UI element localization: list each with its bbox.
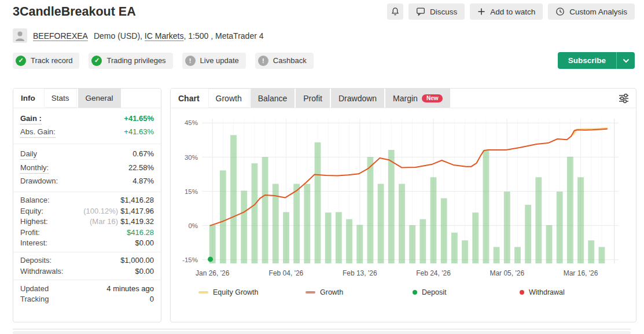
stat-row-profit: Profit:$416.28: [20, 228, 154, 237]
svg-text:45%: 45%: [185, 119, 198, 126]
chart-tabs: ChartGrowthBalanceProfitDrawdownMarginNe…: [171, 89, 636, 108]
legend-item-equity-growth[interactable]: Equity Growth: [198, 288, 306, 296]
subscribe-button[interactable]: Subscribe: [558, 52, 635, 69]
chart-card: ChartGrowthBalanceProfitDrawdownMarginNe…: [170, 88, 636, 322]
stat-label-daily: Daily: [20, 149, 37, 160]
tab-stats[interactable]: Stats: [44, 89, 77, 108]
stat-value-text: $0.00: [135, 238, 154, 247]
stat-value-text: 4 minutes ago: [106, 284, 154, 293]
svg-text:Mar 05, '26: Mar 05, '26: [490, 269, 524, 277]
tab-chart[interactable]: Chart: [171, 89, 207, 108]
custom-analysis-label: Custom Analysis: [569, 8, 627, 16]
stats-group-5: Updated4 minutes agoTracking0: [13, 280, 161, 308]
avatar: [13, 28, 27, 43]
subscribe-dropdown[interactable]: [616, 52, 635, 69]
stat-row-balance: Balance:$1,416.28: [20, 196, 154, 205]
account-name-link[interactable]: BEEFOREXEA: [33, 31, 88, 41]
stat-value-text: $416.28: [127, 228, 154, 237]
stat-label-abs-gain: Abs. Gain:: [20, 127, 56, 138]
stat-label-interest: Interest:: [20, 238, 47, 248]
stat-row-gain: Gain :+41.65%: [20, 114, 154, 124]
tab-label: Stats: [51, 94, 69, 102]
growth-chart-canvas[interactable]: 45%30%15%0%-15%Jan 26, '26Feb 04, '26Feb…: [175, 112, 627, 281]
stat-value-tracking: 0: [150, 295, 154, 303]
stat-value-deposits: $1,000.00: [120, 256, 154, 265]
section-divider: [13, 329, 631, 329]
custom-analysis-button[interactable]: Custom Analysis: [548, 3, 635, 20]
broker-link[interactable]: IC Markets: [145, 31, 184, 41]
tab-info[interactable]: Info: [13, 89, 43, 108]
stats-group-3: Balance:$1,416.28Equity:(100.12%)$1,417.…: [13, 192, 161, 252]
stat-label-balance: Balance:: [20, 196, 50, 205]
bell-icon: [391, 7, 400, 16]
sliders-icon: [617, 92, 630, 105]
stat-value-profit: $416.28: [127, 228, 154, 237]
svg-text:-15%: -15%: [182, 256, 198, 263]
status-badge-trading-privileges: ✓Trading privileges: [89, 53, 172, 69]
stat-label-updated: Updated: [20, 284, 49, 293]
dot-swatch-deposit: [413, 290, 417, 295]
next-section-edge: [13, 331, 631, 334]
status-badge-track-record: ✓Track record: [13, 53, 79, 69]
stat-row-equity: Equity:(100.12%)$1,417.96: [20, 207, 154, 216]
stat-value-text: 0: [150, 295, 154, 303]
stat-value-interest: $0.00: [135, 238, 154, 247]
stat-row-deposits: Deposits:$1,000.00: [20, 256, 154, 265]
check-circle-icon: ✓: [16, 56, 26, 66]
stat-label-deposits: Deposits:: [20, 256, 51, 265]
chevron-down-icon: [623, 58, 630, 63]
tab-label: Growth: [216, 94, 242, 103]
page-header: 3CandleBreakout EA Discuss: [13, 3, 635, 20]
tab-drawdown[interactable]: Drawdown: [331, 89, 384, 108]
stat-row-updated: Updated4 minutes ago: [20, 284, 154, 293]
stat-value-text: $1,416.28: [120, 196, 154, 204]
add-to-watch-button[interactable]: Add to watch: [470, 3, 543, 20]
svg-text:30%: 30%: [185, 154, 198, 161]
discuss-label: Discuss: [430, 8, 457, 16]
svg-text:Feb 13, '26: Feb 13, '26: [343, 269, 377, 277]
status-badge-cashback: !Cashback: [255, 53, 314, 69]
stat-row-abs-gain: Abs. Gain:+41.63%: [20, 127, 154, 138]
tab-margin[interactable]: MarginNew: [385, 89, 450, 108]
account-page: 3CandleBreakout EA Discuss: [0, 0, 644, 334]
status-badge-live-update: !Live update: [182, 53, 246, 69]
tab-general[interactable]: General: [78, 89, 121, 108]
tab-growth[interactable]: Growth: [208, 89, 249, 108]
legend-item-deposit[interactable]: Deposit: [413, 288, 520, 296]
stats-rows: Gain :+41.65%Abs. Gain:+41.63%Daily0.67%…: [13, 108, 161, 308]
stat-row-monthly: Monthly:22.58%: [20, 163, 154, 174]
stat-value-monthly: 22.58%: [128, 163, 154, 172]
stat-value-text: $1,000.00: [120, 256, 154, 265]
stat-label-highest: Highest:: [20, 217, 48, 226]
legend-item-growth[interactable]: Growth: [306, 288, 413, 296]
tab-profit[interactable]: Profit: [296, 89, 330, 108]
tab-label: Drawdown: [338, 94, 377, 103]
stat-label-withdrawals: Withdrawals:: [20, 267, 63, 276]
stat-value-daily: 0.67%: [133, 149, 154, 158]
stat-row-highest: Highest:(Mar 16)$1,419.32: [20, 217, 154, 226]
chart-settings-button[interactable]: [617, 89, 630, 108]
stat-value-updated: 4 minutes ago: [106, 284, 154, 293]
stat-value-gain: +41.65%: [124, 114, 154, 123]
stats-tabs: InfoStatsGeneral: [13, 89, 161, 108]
subscribe-label: Subscribe: [558, 52, 616, 69]
discuss-button[interactable]: Discuss: [409, 3, 465, 20]
stat-row-tracking: Tracking0: [20, 295, 154, 304]
svg-text:Feb 24, '26: Feb 24, '26: [416, 269, 451, 277]
tab-label: Margin: [393, 94, 418, 103]
tab-label: General: [86, 94, 113, 102]
status-badge-label: Cashback: [273, 56, 307, 65]
tab-balance[interactable]: Balance: [251, 89, 295, 108]
legend-item-withdrawal[interactable]: Withdrawal: [520, 288, 627, 296]
notifications-button[interactable]: [387, 3, 403, 20]
page-title: 3CandleBreakout EA: [13, 3, 136, 19]
account-leverage-platform: , 1:500 , MetaTrader 4: [184, 31, 264, 41]
stat-label-equity: Equity:: [20, 207, 43, 216]
legend-label: Equity Growth: [213, 288, 259, 296]
status-badges: ✓Track record✓Trading privileges!Live up…: [13, 53, 314, 69]
exclamation-circle-icon: !: [258, 56, 268, 66]
stat-label-gain: Gain :: [20, 114, 42, 124]
svg-text:Jan 26, '26: Jan 26, '26: [196, 269, 230, 277]
status-badge-label: Live update: [200, 56, 239, 65]
stat-value-text: $1,419.32: [120, 217, 154, 226]
